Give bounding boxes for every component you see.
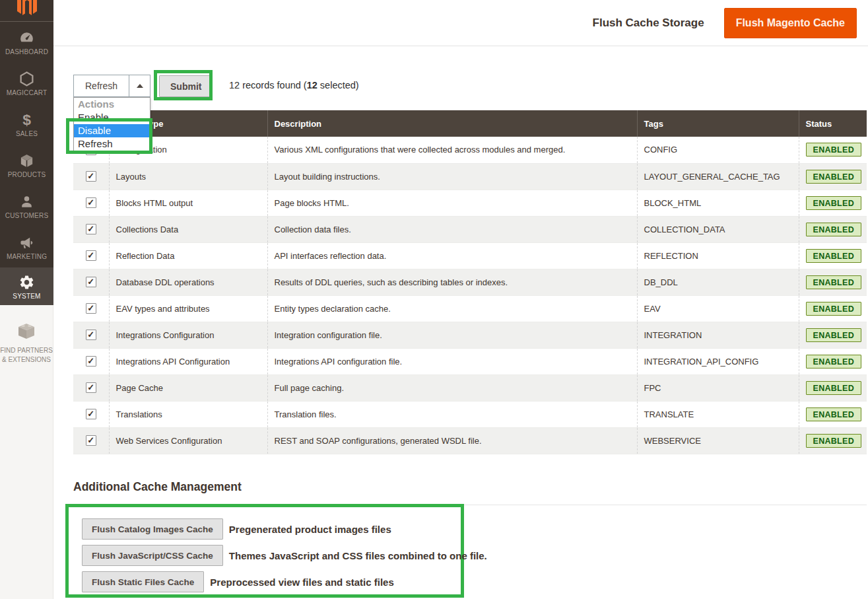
mass-action-dropdown: Actions Enable Disable Refresh	[73, 97, 150, 151]
table-row: ✓Integrations API ConfigurationIntegrati…	[73, 348, 867, 374]
sidebar-item-dashboard[interactable]: DASHBOARD	[0, 22, 53, 63]
status-badge: ENABLED	[806, 223, 862, 236]
row-checkbox[interactable]: ✓	[86, 224, 96, 234]
sidebar-item-label: PRODUCTS	[8, 171, 46, 178]
row-checkbox[interactable]: ✓	[86, 356, 96, 367]
main-content: Flush Cache Storage Flush Magento Cache …	[53, 0, 868, 599]
table-row: ✓Collections DataCollection data files.C…	[73, 216, 867, 242]
sidebar-item-sales[interactable]: $ SALES	[0, 104, 53, 145]
magiccart-icon	[18, 70, 36, 87]
row-checkbox[interactable]: ✓	[86, 382, 96, 393]
sidebar-footer: FIND PARTNERS & EXTENSIONS	[0, 305, 53, 599]
sidebar-item-label: MARKETING	[7, 253, 47, 260]
submit-button[interactable]: Submit	[159, 75, 213, 97]
status-badge: ENABLED	[806, 434, 862, 448]
row-checkbox[interactable]: ✓	[86, 435, 96, 446]
system-gear-icon	[18, 273, 36, 291]
table-row: ✓LayoutsLayout building instructions.LAY…	[73, 163, 867, 190]
additional-cache-title: Additional Cache Management	[73, 480, 242, 494]
status-badge: ENABLED	[806, 407, 862, 421]
status-badge: ENABLED	[806, 143, 862, 157]
flush-js-css-button[interactable]: Flush JavaScript/CSS Cache	[82, 545, 223, 566]
dropdown-option-enable[interactable]: Enable	[74, 111, 150, 124]
magento-logo[interactable]	[0, 0, 53, 22]
cache-management-page: DASHBOARD MAGICCART $ SALES PRODUCTS CUS…	[0, 0, 868, 599]
status-badge: ENABLED	[806, 170, 862, 184]
table-row: ✓Database DDL operationsResults of DDL q…	[73, 269, 867, 295]
sales-icon: $	[18, 111, 36, 128]
sidebar-item-label: MAGICCART	[7, 89, 48, 96]
table-row: ✓Reflection DataAPI interfaces reflectio…	[73, 242, 867, 269]
table-header-row: Cache Type Description Tags Status	[73, 110, 867, 137]
status-badge: ENABLED	[806, 355, 862, 369]
find-partners-label: FIND PARTNERS & EXTENSIONS	[0, 346, 53, 365]
sidebar-item-products[interactable]: PRODUCTS	[0, 145, 53, 186]
flush-catalog-images-row: Flush Catalog Images Cache Pregenerated …	[82, 518, 391, 540]
marketing-icon	[18, 234, 36, 251]
flush-magento-cache-button[interactable]: Flush Magento Cache	[724, 8, 857, 38]
select-arrow-button[interactable]	[129, 75, 150, 96]
row-checkbox[interactable]: ✓	[86, 171, 96, 182]
sidebar-item-label: SALES	[16, 130, 38, 137]
status-badge: ENABLED	[806, 249, 862, 263]
column-header-description: Description	[267, 110, 637, 137]
dashboard-icon	[18, 29, 36, 46]
extensions-brick-icon	[16, 321, 37, 341]
sidebar-item-system[interactable]: SYSTEM	[0, 267, 53, 306]
flush-static-files-row: Flush Static Files Cache Preprocessed vi…	[82, 571, 394, 592]
sidebar-item-label: SYSTEM	[13, 293, 40, 300]
row-checkbox[interactable]: ✓	[86, 250, 96, 261]
page-actions-bar: Flush Cache Storage Flush Magento Cache	[53, 0, 868, 46]
table-row: ✓Integrations ConfigurationIntegration c…	[73, 322, 867, 348]
cache-table: Cache Type Description Tags Status ✓Conf…	[73, 110, 867, 454]
status-badge: ENABLED	[806, 275, 862, 289]
row-checkbox[interactable]: ✓	[86, 303, 96, 314]
mass-action-select[interactable]: Refresh	[73, 75, 150, 97]
flush-static-files-description: Preprocessed view files and static files	[210, 577, 393, 588]
table-row: ✓ConfigurationVarious XML configurations…	[73, 137, 867, 163]
chevron-up-icon	[137, 84, 143, 88]
dropdown-option-disable[interactable]: Disable	[74, 124, 150, 137]
magento-logo-icon	[14, 0, 40, 17]
flush-cache-storage-button[interactable]: Flush Cache Storage	[593, 17, 704, 30]
flush-static-files-button[interactable]: Flush Static Files Cache	[82, 571, 204, 592]
flush-js-css-row: Flush JavaScript/CSS Cache Themes JavaSc…	[82, 545, 487, 566]
table-row: ✓Blocks HTML outputPage blocks HTML.BLOC…	[73, 190, 867, 216]
column-header-status: Status	[799, 110, 867, 137]
records-count: 12 records found (12 selected)	[229, 80, 359, 90]
flush-catalog-images-button[interactable]: Flush Catalog Images Cache	[82, 518, 223, 540]
row-checkbox[interactable]: ✓	[86, 409, 96, 419]
svg-text:$: $	[22, 112, 31, 128]
row-checkbox[interactable]: ✓	[86, 277, 96, 287]
sidebar-item-find-partners[interactable]: FIND PARTNERS & EXTENSIONS	[0, 305, 53, 365]
dropdown-group-label: Actions	[74, 98, 150, 111]
table-row: ✓Web Services ConfigurationREST and SOAP…	[73, 427, 867, 454]
sidebar-item-magiccart[interactable]: MAGICCART	[0, 63, 53, 104]
sidebar-item-marketing[interactable]: MARKETING	[0, 227, 53, 267]
customers-icon	[18, 193, 36, 210]
column-header-tags: Tags	[637, 110, 799, 137]
dropdown-option-refresh[interactable]: Refresh	[74, 137, 150, 151]
row-checkbox[interactable]: ✓	[86, 330, 96, 340]
status-badge: ENABLED	[806, 328, 862, 342]
section-divider	[73, 505, 867, 505]
sidebar-item-customers[interactable]: CUSTOMERS	[0, 186, 53, 227]
mass-action-selected-value: Refresh	[74, 75, 129, 96]
sidebar-item-label: DASHBOARD	[5, 48, 48, 55]
table-row: ✓Page CacheFull page caching.FPCENABLED	[73, 374, 867, 401]
table-row: ✓TranslationsTranslation files.TRANSLATE…	[73, 401, 867, 427]
status-badge: ENABLED	[806, 302, 862, 316]
status-badge: ENABLED	[806, 196, 862, 210]
row-checkbox[interactable]: ✓	[86, 197, 96, 208]
products-icon	[18, 152, 36, 169]
flush-catalog-images-description: Pregenerated product images files	[229, 524, 391, 535]
status-badge: ENABLED	[806, 381, 862, 395]
admin-sidebar: DASHBOARD MAGICCART $ SALES PRODUCTS CUS…	[0, 0, 53, 305]
table-row: ✓EAV types and attributesEntity types de…	[73, 295, 867, 322]
sidebar-item-label: CUSTOMERS	[5, 212, 49, 219]
flush-js-css-description: Themes JavaScript and CSS files combined…	[229, 550, 487, 561]
